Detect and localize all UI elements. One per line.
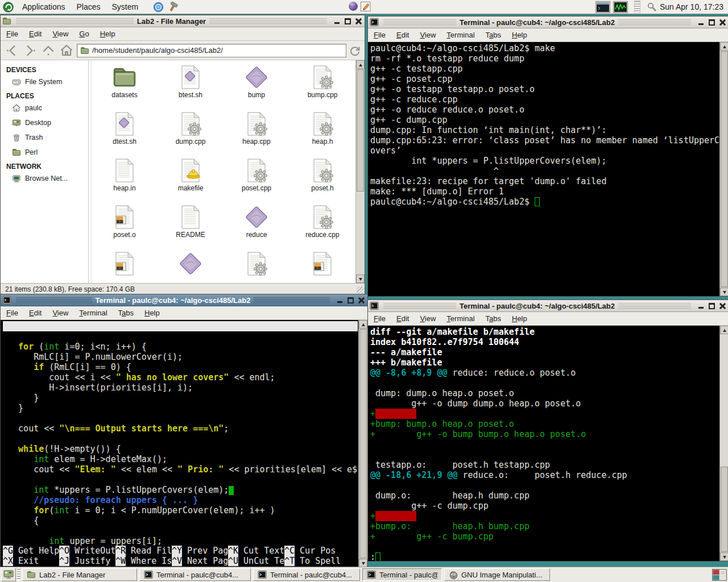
- close-button[interactable]: [354, 17, 363, 26]
- file-item-bump[interactable]: bump: [224, 65, 289, 111]
- terminal-screen[interactable]: paulc@cub4:~/algo-csci485/Lab2$ makerm -…: [368, 42, 728, 296]
- file-item-partial[interactable]: [289, 251, 355, 283]
- magnifier-icon[interactable]: [647, 2, 657, 12]
- menu-view[interactable]: View: [52, 30, 68, 38]
- scroll-up-button[interactable]: [720, 42, 728, 51]
- menu-file[interactable]: File: [374, 314, 386, 323]
- close-button[interactable]: [718, 18, 727, 27]
- menu-help[interactable]: Help: [144, 309, 160, 317]
- menu-go[interactable]: Go: [79, 30, 89, 38]
- scrollbar-thumb[interactable]: [357, 69, 364, 192]
- menu-view[interactable]: View: [420, 31, 436, 39]
- terminal-titlebar[interactable]: Terminal - paulc@cub4: ~/algo-csci485/La…: [368, 16, 728, 28]
- taskbar-button-3[interactable]: Terminal - paulc@cub4...: [362, 568, 442, 581]
- menu-tabs[interactable]: Tabs: [118, 309, 134, 317]
- scrollbar-thumb[interactable]: [721, 467, 728, 552]
- file-manager-titlebar[interactable]: Lab2 - File Manager: [1, 15, 365, 27]
- sidebar-item-desktop[interactable]: Desktop: [12, 118, 88, 127]
- menu-terminal[interactable]: Terminal: [446, 314, 474, 323]
- menu-terminal[interactable]: Terminal: [79, 309, 107, 317]
- file-item-partial[interactable]: [224, 251, 289, 283]
- maximize-button[interactable]: [346, 296, 355, 305]
- taskbar-handle[interactable]: [17, 569, 20, 580]
- maximize-button[interactable]: [708, 18, 716, 27]
- minimize-button[interactable]: [697, 18, 705, 27]
- menu-tabs[interactable]: Tabs: [486, 314, 501, 323]
- menu-file[interactable]: File: [6, 30, 18, 38]
- back-button[interactable]: [4, 43, 20, 58]
- menu-edit[interactable]: Edit: [396, 31, 409, 39]
- menu-tabs[interactable]: Tabs: [486, 31, 501, 39]
- taskbar-button-0[interactable]: Lab2 - File Manager: [22, 568, 137, 581]
- terminal-screen[interactable]: diff --git a/makefile b/makefileindex b4…: [368, 326, 728, 561]
- scroll-up-button[interactable]: [356, 60, 365, 69]
- path-bar[interactable]: /home/student/paulc/algo-csci485/Lab2/: [77, 44, 346, 57]
- resize-grip[interactable]: [357, 286, 364, 294]
- scroll-down-button[interactable]: [720, 552, 728, 561]
- scroll-down-button[interactable]: [720, 288, 728, 296]
- menu-help[interactable]: Help: [100, 30, 115, 38]
- file-item-bump.cpp[interactable]: bump.cpp: [289, 65, 355, 111]
- menu-help[interactable]: Help: [512, 31, 527, 39]
- terminal-scrollbar[interactable]: [358, 320, 367, 567]
- reload-button[interactable]: [349, 43, 361, 58]
- menu-file[interactable]: File: [6, 309, 18, 317]
- file-item-dump.cpp[interactable]: dump.cpp: [158, 111, 224, 158]
- menu-applications[interactable]: Applications: [16, 0, 71, 14]
- clock[interactable]: Sun Apr 10, 17:23: [660, 2, 726, 11]
- scroll-down-button[interactable]: [359, 559, 367, 567]
- build-tool-launcher-icon[interactable]: [168, 1, 179, 13]
- nano-editor-screen[interactable]: GNU nano 2.2.6 File: dump.cpp Modified f…: [1, 320, 367, 567]
- sidebar-item-browse-net-[interactable]: Browse Net...: [12, 174, 88, 183]
- close-button[interactable]: [718, 302, 727, 310]
- terminal-titlebar-active[interactable]: Terminal - paulc@cub4: ~/algo-csci485/La…: [1, 294, 367, 306]
- purple-ball-tray-icon[interactable]: [348, 1, 358, 11]
- system-monitor-applet-icon[interactable]: [613, 1, 628, 13]
- panel-handle[interactable]: [634, 1, 640, 13]
- taskbar-button-1[interactable]: Terminal - paulc@cub4...: [139, 568, 251, 581]
- menu-help[interactable]: Help: [512, 314, 527, 323]
- file-item-heap.cpp[interactable]: heap.cpp: [224, 111, 289, 158]
- menu-edit[interactable]: Edit: [29, 309, 42, 317]
- file-item-reduce.cpp[interactable]: reduce.cpp: [289, 205, 355, 251]
- menu-edit[interactable]: Edit: [396, 314, 409, 323]
- sidebar-item-file-system[interactable]: File System: [12, 77, 88, 86]
- menu-file[interactable]: File: [374, 31, 386, 39]
- file-item-datasets[interactable]: datasets: [92, 65, 158, 111]
- maximize-button[interactable]: [708, 302, 716, 310]
- terminal-applet-icon[interactable]: [595, 1, 610, 13]
- menu-places[interactable]: Places: [71, 0, 106, 14]
- file-item-poset.cpp[interactable]: poset.cpp: [224, 158, 289, 205]
- menu-view[interactable]: View: [420, 314, 436, 323]
- scroll-up-button[interactable]: [359, 320, 367, 329]
- scrollbar-thumb[interactable]: [721, 51, 728, 287]
- show-desktop-button[interactable]: [1, 568, 16, 581]
- file-item-reduce[interactable]: reduce: [224, 205, 289, 251]
- minimize-button[interactable]: [697, 302, 705, 310]
- file-item-partial[interactable]: [158, 251, 224, 283]
- file-item-heap.h[interactable]: heap.h: [289, 111, 355, 158]
- file-item-partial[interactable]: [92, 251, 158, 283]
- scroll-down-button[interactable]: [356, 275, 365, 283]
- file-item-btest.sh[interactable]: btest.sh: [158, 65, 224, 111]
- menu-system[interactable]: System: [106, 0, 144, 14]
- terminal-scrollbar[interactable]: [719, 326, 728, 561]
- home-button[interactable]: [59, 43, 75, 58]
- file-item-heap.in[interactable]: heap.in: [92, 158, 158, 205]
- file-view-scrollbar[interactable]: [355, 60, 365, 283]
- sidebar-item-perl[interactable]: Perl: [12, 148, 88, 157]
- file-item-README[interactable]: README: [158, 205, 224, 251]
- taskbar-button-4[interactable]: GNU Image Manipulati...: [444, 568, 550, 581]
- maximize-button[interactable]: [344, 17, 352, 26]
- scrollbar-thumb[interactable]: [359, 329, 367, 558]
- workspace-switcher[interactable]: [712, 569, 727, 581]
- minimize-button[interactable]: [336, 296, 344, 305]
- notes-tray-icon[interactable]: [360, 1, 371, 12]
- forward-button[interactable]: [22, 43, 38, 58]
- scroll-up-button[interactable]: [720, 326, 728, 334]
- taskbar-button-2[interactable]: Terminal - paulc@cub4...: [253, 568, 360, 581]
- file-item-poset.h[interactable]: poset.h: [289, 158, 355, 205]
- terminal-titlebar[interactable]: Terminal - paulc@cub4: ~/algo-csci485/La…: [368, 300, 728, 312]
- up-button[interactable]: [40, 43, 56, 58]
- menu-edit[interactable]: Edit: [29, 30, 42, 38]
